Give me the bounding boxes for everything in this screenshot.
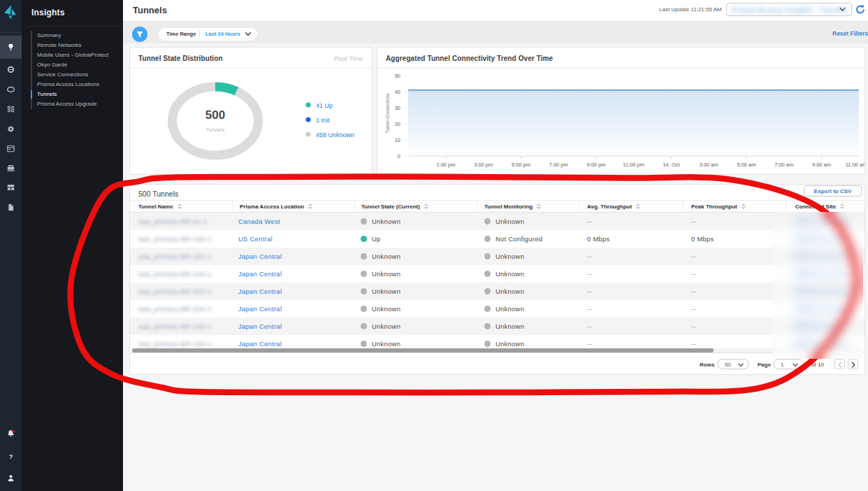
svg-text:1 Init: 1 Init xyxy=(316,117,330,124)
svg-text:20: 20 xyxy=(395,121,400,127)
svg-text:0: 0 xyxy=(398,153,400,159)
svg-text:30: 30 xyxy=(395,105,400,111)
svg-text:5:00 am: 5:00 am xyxy=(737,162,755,168)
svg-text:3:00 am: 3:00 am xyxy=(700,162,718,168)
svg-text:Tunnels: Tunnels xyxy=(206,127,225,133)
svg-text:50: 50 xyxy=(395,73,400,79)
svg-text:1:00 pm: 1:00 pm xyxy=(436,162,455,168)
svg-text:?: ? xyxy=(9,453,13,460)
svg-text:7:00 pm: 7:00 pm xyxy=(549,162,568,168)
svg-text:11:00 am: 11:00 am xyxy=(846,162,865,168)
svg-text:9:00 pm: 9:00 pm xyxy=(586,162,605,168)
svg-text:458 Unknown: 458 Unknown xyxy=(316,131,354,138)
svg-text:41 Up: 41 Up xyxy=(316,102,333,109)
svg-text:9:00 am: 9:00 am xyxy=(812,162,831,168)
svg-text:7:00 am: 7:00 am xyxy=(774,162,793,168)
svg-text:5:00 pm: 5:00 pm xyxy=(512,162,530,168)
svg-text:40: 40 xyxy=(395,89,400,95)
svg-text:Tunnel Connections: Tunnel Connections xyxy=(385,92,390,133)
svg-text:14. Oct: 14. Oct xyxy=(663,162,680,168)
svg-text:11:00 pm: 11:00 pm xyxy=(623,162,644,168)
svg-text:10: 10 xyxy=(395,137,400,143)
svg-text:500: 500 xyxy=(205,108,225,122)
svg-text:3:00 pm: 3:00 pm xyxy=(474,162,493,168)
